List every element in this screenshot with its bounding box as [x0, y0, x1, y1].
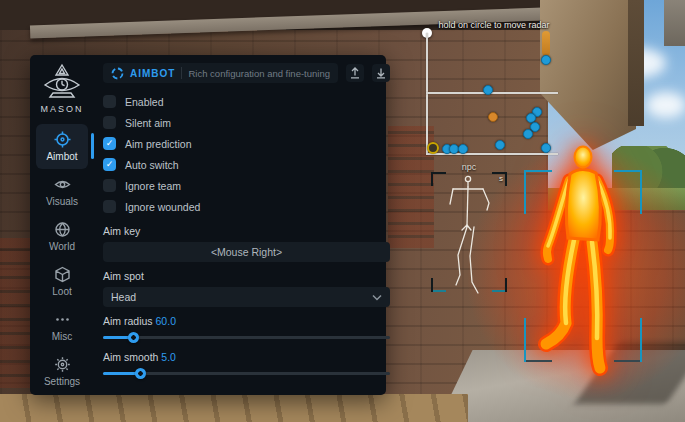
- sidebar-item-loot[interactable]: Loot: [36, 259, 88, 304]
- aim-spot-select[interactable]: Head: [103, 287, 390, 307]
- upload-icon: [349, 67, 361, 79]
- checkbox-label: Aim prediction: [125, 138, 192, 150]
- scope-ring-icon: [111, 67, 124, 80]
- esp-corner: [614, 170, 642, 214]
- checkbox-label: Enabled: [125, 96, 164, 108]
- cube-icon: [54, 266, 71, 283]
- radar-dot-yellow: [427, 142, 439, 154]
- checkbox-row: Silent aim: [103, 112, 390, 133]
- panel-header: AIMBOT Rich configuration and fine-tunin…: [103, 63, 390, 83]
- sidebar-item-world[interactable]: World: [36, 214, 88, 259]
- checkbox-label: Ignore team: [125, 180, 181, 192]
- gear-icon: [54, 356, 71, 373]
- export-config-button[interactable]: [346, 64, 364, 82]
- stone-building-side: [628, 0, 644, 126]
- radar-dot-blue: [541, 143, 551, 153]
- silent-aim-checkbox[interactable]: [103, 116, 116, 129]
- radar-hint-text: hold on circle to move radar: [425, 20, 563, 30]
- slider-thumb[interactable]: [135, 368, 146, 379]
- checkbox-row: Enabled: [103, 91, 390, 112]
- aim-smooth-label: Aim smooth 5.0: [103, 351, 390, 363]
- slider-track[interactable]: [103, 336, 390, 339]
- checkbox-row: Auto switch: [103, 154, 390, 175]
- sidebar-item-misc[interactable]: Misc: [36, 304, 88, 349]
- checkbox-row: Ignore team: [103, 175, 390, 196]
- slider-label: Aim radius: [103, 315, 153, 327]
- skeleton-esp: [431, 172, 507, 294]
- radar-dot-blue: [483, 85, 493, 95]
- sidebar-item-aimbot[interactable]: Aimbot: [36, 124, 88, 169]
- checkbox-label: Ignore wounded: [125, 201, 200, 213]
- skeleton-esp-label: npc: [431, 162, 507, 172]
- panel-subtitle: Rich configuration and fine-tuning: [188, 68, 330, 79]
- header-divider: [181, 67, 182, 79]
- download-icon: [375, 67, 387, 79]
- sidebar-item-settings[interactable]: Settings: [36, 349, 88, 394]
- slider-thumb[interactable]: [128, 332, 139, 343]
- slider-value: 60.0: [156, 315, 176, 327]
- chevron-down-icon: [372, 294, 382, 301]
- checkbox-list: Enabled Silent aim Aim prediction Auto s…: [103, 91, 390, 217]
- ellipsis-icon: [54, 311, 71, 328]
- sidebar-item-label: Aimbot: [46, 151, 77, 162]
- sidebar-item-label: Settings: [44, 376, 80, 387]
- slider-label: Aim smooth: [103, 351, 158, 363]
- radar-left-line: [426, 33, 428, 155]
- rock: [664, 0, 685, 46]
- sidebar-item-label: Misc: [52, 331, 73, 342]
- cheat-window: MASON Aimbot Visuals World Loot: [30, 55, 386, 395]
- aim-key-button[interactable]: <Mouse Right>: [103, 242, 390, 262]
- radar-marker-capsule: [542, 31, 550, 56]
- ignore-team-checkbox[interactable]: [103, 179, 116, 192]
- crosshair-icon: [54, 131, 71, 148]
- slider-value: 5.0: [161, 351, 176, 363]
- sidebar-item-label: Loot: [52, 286, 71, 297]
- radar-dot-blue: [458, 144, 468, 154]
- globe-icon: [54, 221, 71, 238]
- eye-pyramid-icon: [41, 63, 83, 101]
- eye-icon: [54, 176, 71, 193]
- sidebar-item-label: Visuals: [46, 196, 78, 207]
- panel-title: AIMBOT: [130, 68, 175, 79]
- checkbox-row: Ignore wounded: [103, 196, 390, 217]
- aim-key-label: Aim key: [103, 225, 390, 237]
- enabled-checkbox[interactable]: [103, 95, 116, 108]
- brand-logo: MASON: [40, 63, 83, 114]
- panel-main: AIMBOT Rich configuration and fine-tunin…: [94, 55, 401, 395]
- radar-dot-blue: [541, 55, 551, 65]
- esp-corner: [524, 170, 552, 214]
- sidebar-item-visuals[interactable]: Visuals: [36, 169, 88, 214]
- aim-smooth-slider[interactable]: [103, 368, 390, 379]
- wood-logs: [0, 394, 468, 422]
- cloud: [646, 92, 685, 118]
- red-bricks: [0, 238, 32, 388]
- radar-dot-orange: [488, 112, 498, 122]
- esp-corner: [614, 318, 642, 362]
- sidebar: MASON Aimbot Visuals World Loot: [30, 55, 94, 395]
- ignore-wounded-checkbox[interactable]: [103, 200, 116, 213]
- import-config-button[interactable]: [372, 64, 390, 82]
- brand-name: MASON: [40, 104, 83, 114]
- aim-radius-label: Aim radius 60.0: [103, 315, 390, 327]
- aim-radius-slider[interactable]: [103, 332, 390, 343]
- slider-track[interactable]: [103, 372, 390, 375]
- checkbox-label: Auto switch: [125, 159, 179, 171]
- esp-corner: [524, 318, 552, 362]
- header-bar: AIMBOT Rich configuration and fine-tunin…: [103, 63, 338, 83]
- checkbox-label: Silent aim: [125, 117, 171, 129]
- checkbox-row: Aim prediction: [103, 133, 390, 154]
- aim-spot-value: Head: [111, 291, 136, 303]
- aim-prediction-checkbox[interactable]: [103, 137, 116, 150]
- auto-switch-checkbox[interactable]: [103, 158, 116, 171]
- aim-spot-label: Aim spot: [103, 270, 390, 282]
- radar-dot-blue: [523, 129, 533, 139]
- sidebar-item-label: World: [49, 241, 75, 252]
- radar-dot-blue: [495, 140, 505, 150]
